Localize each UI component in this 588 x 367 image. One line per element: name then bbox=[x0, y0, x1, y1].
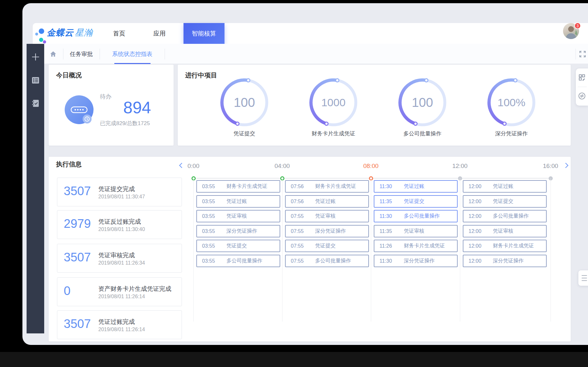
stat-timestamp: 2019/08/01 11:30:40 bbox=[98, 227, 145, 232]
task-name: 凭证提交 bbox=[493, 198, 513, 205]
gauge-value: 100% bbox=[486, 77, 537, 128]
execution-stat-item[interactable]: 3507 凭证提交完成 2019/08/01 11:30:47 bbox=[57, 178, 182, 206]
task-time: 07:55 bbox=[291, 258, 311, 264]
task-name: 凭证提交 bbox=[315, 243, 336, 249]
tab-task-approval[interactable]: 任务审批 bbox=[65, 44, 97, 64]
task-item[interactable]: 03:55 深分凭证操作 bbox=[196, 225, 280, 237]
task-name: 凭证过账 bbox=[226, 198, 247, 205]
task-item[interactable]: 11:30 凭证过账 bbox=[374, 180, 458, 193]
task-item[interactable]: 07:55 凭证提交 bbox=[285, 240, 369, 252]
task-item[interactable]: 12:00 凭证提交 bbox=[463, 195, 547, 208]
task-name: 多公司批量操作 bbox=[226, 258, 262, 264]
task-name: 财务卡片生成凭证 bbox=[493, 243, 534, 249]
task-time: 03:55 bbox=[202, 228, 222, 234]
task-item[interactable]: 12:00 多公司批量操作 bbox=[463, 210, 547, 222]
gauge-label: 多公司批量操作 bbox=[387, 130, 458, 137]
task-checklist-icon[interactable] bbox=[27, 96, 44, 110]
task-item[interactable]: 03:55 多公司批量操作 bbox=[196, 255, 280, 267]
logo-dot-teal bbox=[39, 38, 43, 42]
task-time: 11:30 bbox=[380, 213, 399, 219]
tab-divider bbox=[576, 49, 576, 60]
fullscreen-icon[interactable] bbox=[578, 50, 587, 58]
stat-value: 2979 bbox=[64, 217, 91, 231]
task-time: 11:35 bbox=[380, 228, 399, 234]
task-item[interactable]: 03:55 凭证提交 bbox=[196, 240, 280, 252]
task-item[interactable]: 07:56 财务卡片生成凭证 bbox=[285, 180, 369, 193]
gauge-value: 1000 bbox=[308, 77, 359, 128]
task-item[interactable]: 07:55 多公司批量操作 bbox=[285, 255, 369, 267]
task-item[interactable]: 11:35 凭证审核 bbox=[374, 225, 458, 237]
task-item[interactable]: 11:26 财务卡片生成凭证 bbox=[374, 240, 458, 252]
execution-stat-item[interactable]: 0 资产财务卡片生成凭证完成 2019/08/01 11:26:14 bbox=[57, 277, 182, 306]
task-item[interactable]: 03:55 凭证审核 bbox=[196, 210, 280, 222]
task-time: 12:00 bbox=[469, 184, 488, 189]
task-name: 凭证审核 bbox=[404, 228, 424, 235]
logo-dot-blue bbox=[39, 28, 44, 34]
task-time: 11:35 bbox=[380, 199, 399, 204]
task-item[interactable]: 11:35 凭证提交 bbox=[374, 195, 458, 208]
task-item[interactable]: 07:55 凭证审核 bbox=[285, 210, 369, 222]
notification-badge: 3 bbox=[574, 22, 581, 29]
task-time: 12:00 bbox=[469, 228, 488, 234]
timeline-guide-line bbox=[371, 178, 371, 322]
home-tab-icon[interactable] bbox=[46, 47, 60, 61]
task-time: 11:26 bbox=[380, 243, 399, 249]
task-item[interactable]: 07:56 凭证过账 bbox=[285, 195, 369, 208]
task-name: 凭证审核 bbox=[315, 213, 336, 219]
task-name: 凭证过账 bbox=[404, 183, 424, 190]
task-time: 03:55 bbox=[202, 213, 222, 219]
task-time: 07:55 bbox=[291, 228, 311, 234]
task-time: 11:30 bbox=[380, 184, 399, 189]
tab-divider bbox=[63, 49, 63, 60]
swap-icon[interactable] bbox=[576, 87, 588, 105]
list-menu-icon[interactable] bbox=[27, 73, 44, 87]
task-name: 深分凭证操作 bbox=[404, 258, 435, 264]
task-name: 深分凭证操作 bbox=[493, 258, 524, 264]
task-item[interactable]: 12:00 深分凭证操作 bbox=[463, 255, 547, 267]
execution-stat-item[interactable]: 3507 凭证审核完成 2019/08/01 11:26:34 bbox=[57, 244, 182, 273]
task-time: 03:55 bbox=[202, 184, 222, 189]
logo-dot-purple bbox=[43, 40, 46, 44]
floating-menu-button[interactable] bbox=[578, 270, 588, 286]
nav-item-home[interactable]: 首页 bbox=[106, 23, 132, 44]
active-tab-underline bbox=[114, 63, 151, 64]
task-name: 凭证过账 bbox=[493, 183, 513, 190]
task-item[interactable]: 11:30 深分凭证操作 bbox=[374, 255, 458, 267]
stat-value: 3507 bbox=[64, 251, 91, 264]
nav-item-apps[interactable]: 应用 bbox=[147, 23, 172, 44]
timeline-tick-label: 08:00 bbox=[352, 163, 390, 170]
task-item[interactable]: 03:55 凭证过账 bbox=[196, 195, 280, 208]
gauge-label: 深分凭证操作 bbox=[476, 130, 547, 137]
task-name: 多公司批量操作 bbox=[493, 213, 529, 219]
task-time: 12:00 bbox=[469, 258, 488, 264]
add-icon[interactable] bbox=[27, 50, 44, 64]
brand-secondary: 星瀚 bbox=[75, 28, 93, 37]
gauge: 100 bbox=[397, 77, 448, 128]
todo-summary: 已完成829/总数1725 bbox=[100, 120, 150, 127]
tab-divider bbox=[165, 49, 165, 60]
task-item[interactable]: 12:00 凭证审核 bbox=[463, 225, 547, 237]
task-item[interactable]: 12:00 财务卡片生成凭证 bbox=[463, 240, 547, 252]
nav-item-smart-accounting[interactable]: 智能核算 bbox=[184, 23, 225, 44]
execution-stat-item[interactable]: 2979 凭证反过账完成 2019/08/01 11:30:40 bbox=[57, 210, 182, 239]
gauge: 1000 bbox=[308, 77, 359, 128]
timeline-tick-label: 0:00 bbox=[174, 163, 213, 170]
todo-value: 894 bbox=[123, 98, 151, 117]
task-item[interactable]: 12:00 凭证过账 bbox=[463, 180, 547, 193]
task-item[interactable]: 07:55 深分凭证操作 bbox=[285, 225, 369, 237]
task-name: 凭证过账 bbox=[315, 198, 336, 205]
task-time: 03:55 bbox=[202, 243, 222, 249]
task-item[interactable]: 03:55 财务卡片生成凭证 bbox=[196, 180, 280, 193]
task-time: 03:55 bbox=[202, 258, 222, 264]
task-name: 深分凭证操作 bbox=[226, 228, 257, 235]
task-name: 财务卡片生成凭证 bbox=[404, 243, 445, 249]
bottom-strip bbox=[0, 352, 588, 367]
tab-system-status[interactable]: 系统状态控指表 bbox=[102, 44, 163, 64]
task-time: 07:56 bbox=[291, 184, 311, 189]
task-time: 03:55 bbox=[202, 199, 222, 204]
dashboard-edit-icon[interactable] bbox=[576, 68, 588, 86]
execution-stat-item[interactable]: 3507 凭证过账完成 2019/08/01 11:26:14 bbox=[57, 310, 182, 339]
stat-timestamp: 2019/08/01 11:26:14 bbox=[98, 294, 145, 299]
timeline-guide-line bbox=[551, 178, 551, 322]
task-item[interactable]: 11:30 多公司批量操作 bbox=[374, 210, 458, 222]
